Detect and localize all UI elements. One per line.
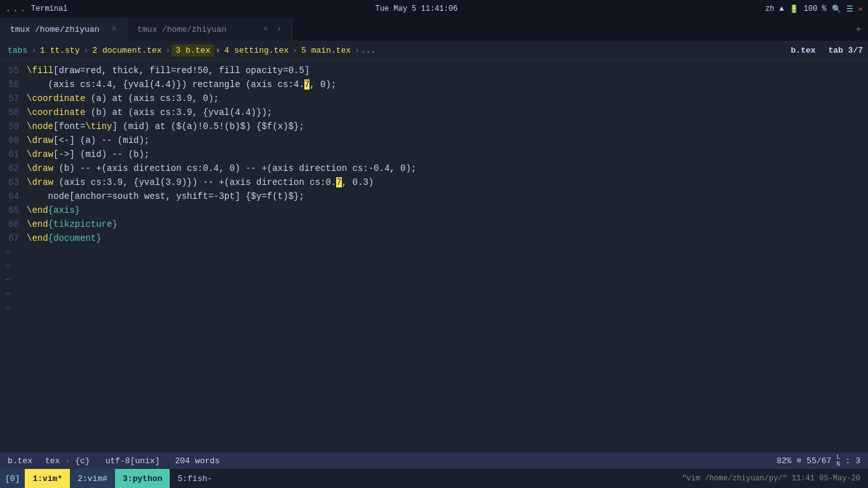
status-col-num: 3 bbox=[855, 456, 860, 466]
status-col-sep: : bbox=[845, 456, 850, 466]
code-line-57: 57 \coordinate (a) at (axis cs:3.9, 0); bbox=[0, 92, 868, 105]
line-content-64: node[anchor=south west, yshift=-3pt] {$y… bbox=[27, 189, 868, 203]
tilde-5: ~ bbox=[0, 301, 868, 315]
code-line-65: 65 \end{axis} bbox=[0, 203, 868, 217]
app-title: Terminal bbox=[31, 4, 68, 13]
line-num-64: 64 bbox=[0, 189, 27, 203]
status-position: 55/67 bbox=[806, 456, 831, 466]
editor-area: 55 \fill[draw=red, thick, fill=red!50, f… bbox=[0, 61, 868, 469]
status-filetype: tex bbox=[45, 456, 60, 466]
code-line-62: 62 \draw (b) -- +(axis direction cs:0.4,… bbox=[0, 161, 868, 175]
status-words: 204 words bbox=[175, 456, 219, 466]
tmux-window-3[interactable]: 3:python bbox=[115, 469, 170, 488]
bc-sep-5: › bbox=[355, 46, 360, 55]
vim-breadcrumb: tabs › 1 tt.sty › 2 document.tex › 3 b.t… bbox=[0, 41, 868, 61]
line-content-61: \draw[->] (mid) -- (b); bbox=[27, 147, 868, 161]
locale: zh bbox=[765, 4, 774, 13]
status-branch: {c} bbox=[75, 456, 90, 466]
wifi-icon: ▲ bbox=[780, 4, 784, 13]
line-num-58: 58 bbox=[0, 105, 27, 119]
tab-2[interactable]: tmux /home/zhiyuan × › bbox=[127, 18, 292, 41]
tmux-session[interactable]: [0] bbox=[0, 469, 25, 488]
line-content-66: \end{tikzpicture} bbox=[27, 217, 868, 231]
status-lines-icon: ≡ bbox=[797, 456, 802, 466]
tmux-window-4[interactable]: 5:fish- bbox=[170, 469, 220, 488]
bc-ellipsis: ... bbox=[361, 46, 376, 55]
tilde-char-3: ~ bbox=[0, 273, 10, 287]
line-content-57: \coordinate (a) at (axis cs:3.9, 0); bbox=[27, 92, 868, 105]
code-line-55: 55 \fill[draw=red, thick, fill=red!50, f… bbox=[0, 64, 868, 78]
tilde-char-2: ~ bbox=[0, 259, 10, 273]
code-line-58: 58 \coordinate (b) at (axis cs:3.9, {yva… bbox=[0, 105, 868, 119]
tab-1[interactable]: tmux /home/zhiyuan × bbox=[0, 18, 127, 41]
code-line-60: 60 \draw[<-] (a) -- (mid); bbox=[0, 133, 868, 147]
bc-sep-2: › bbox=[166, 46, 171, 55]
tilde-char-4: ~ bbox=[0, 287, 10, 301]
tab-2-title: tmux /home/zhiyuan bbox=[137, 25, 226, 34]
vim-tab-info: b.tex tab 3/7 bbox=[791, 46, 863, 55]
line-content-60: \draw[<-] (a) -- (mid); bbox=[27, 133, 868, 147]
bc-tabs[interactable]: tabs bbox=[5, 46, 30, 55]
close-icon[interactable]: ✕ bbox=[858, 4, 863, 14]
bc-sep-0: › bbox=[31, 46, 36, 55]
tmux-right-info: "vim /home/zhiyuan/py/" 11:41 05-May-20 bbox=[674, 474, 868, 483]
tab-2-close[interactable]: × bbox=[264, 25, 268, 34]
bc-item-4[interactable]: 4 setting.tex bbox=[222, 46, 291, 55]
code-line-67: 67 \end{document} bbox=[0, 231, 868, 245]
bc-item-3[interactable]: 3 b.tex bbox=[172, 44, 214, 57]
line-content-63: \draw (axis cs:3.9, {yval(3.9)}) -- +(ax… bbox=[27, 175, 868, 189]
line-content-59: \node[font=\tiny] (mid) at ($(a)!0.5!(b)… bbox=[27, 119, 868, 133]
tilde-char-1: ~ bbox=[0, 245, 10, 259]
tilde-1: ~ bbox=[0, 245, 868, 259]
new-tab-icon[interactable]: ＋ bbox=[854, 24, 863, 35]
system-bar-right: zh ▲ 🔋 100 % 🔍 ☰ ✕ bbox=[765, 4, 863, 14]
status-percent: 82% bbox=[776, 456, 791, 466]
code-line-66: 66 \end{tikzpicture} bbox=[0, 217, 868, 231]
status-encoding: utf-8[unix] bbox=[105, 456, 160, 466]
tab-bar: tmux /home/zhiyuan × tmux /home/zhiyuan … bbox=[0, 18, 868, 41]
tab-1-title: tmux /home/zhiyuan bbox=[10, 25, 99, 34]
line-num-60: 60 bbox=[0, 133, 27, 147]
system-bar-left: ... Terminal bbox=[5, 3, 67, 15]
tilde-char-5: ~ bbox=[0, 301, 10, 315]
menu-icon[interactable]: ☰ bbox=[846, 4, 853, 14]
bc-sep-4: › bbox=[292, 46, 297, 55]
code-container: 55 \fill[draw=red, thick, fill=red!50, f… bbox=[0, 61, 868, 452]
code-line-56: 56 (axis cs:4.4, {yval(4.4)}) rectangle … bbox=[0, 78, 868, 92]
tab-2-arrow: › bbox=[277, 25, 281, 34]
line-num-62: 62 bbox=[0, 161, 27, 175]
line-content-58: \coordinate (b) at (axis cs:3.9, {yval(4… bbox=[27, 105, 868, 119]
system-bar: ... Terminal Tue May 5 11:41:06 zh ▲ 🔋 1… bbox=[0, 0, 868, 18]
status-bar: b.tex tex › {c} utf-8[unix] 204 words 82… bbox=[0, 452, 868, 469]
tab-1-close[interactable]: × bbox=[112, 25, 116, 34]
tab-spacer bbox=[292, 18, 849, 41]
code-line-59: 59 \node[font=\tiny] (mid) at ($(a)!0.5!… bbox=[0, 119, 868, 133]
bc-item-2[interactable]: 2 document.tex bbox=[90, 46, 164, 55]
status-filename: b.tex bbox=[8, 456, 32, 466]
tab-controls: ＋ bbox=[849, 18, 868, 41]
bc-item-5[interactable]: 5 main.tex bbox=[299, 46, 353, 55]
status-ln-label: LN bbox=[836, 454, 840, 468]
line-content-62: \draw (b) -- +(axis direction cs:0.4, 0)… bbox=[27, 161, 868, 175]
search-icon[interactable]: 🔍 bbox=[832, 4, 841, 14]
datetime: Tue May 5 11:41:06 bbox=[375, 4, 458, 13]
bc-item-1[interactable]: 1 tt.sty bbox=[37, 46, 82, 55]
line-num-67: 67 bbox=[0, 231, 27, 245]
tilde-2: ~ bbox=[0, 259, 868, 273]
line-num-55: 55 bbox=[0, 64, 27, 78]
bc-sep-1: › bbox=[83, 46, 88, 55]
code-line-61: 61 \draw[->] (mid) -- (b); bbox=[0, 147, 868, 161]
battery-pct: 100 % bbox=[804, 4, 827, 13]
code-line-64: 64 node[anchor=south west, yshift=-3pt] … bbox=[0, 189, 868, 203]
line-num-57: 57 bbox=[0, 92, 27, 105]
line-num-56: 56 bbox=[0, 78, 27, 92]
tilde-3: ~ bbox=[0, 273, 868, 287]
line-num-63: 63 bbox=[0, 175, 27, 189]
tmux-window-1[interactable]: 1:vim* bbox=[25, 469, 70, 488]
tmux-window-2[interactable]: 2:vim# bbox=[70, 469, 115, 488]
line-num-66: 66 bbox=[0, 217, 27, 231]
breadcrumb-items: tabs › 1 tt.sty › 2 document.tex › 3 b.t… bbox=[5, 44, 791, 57]
status-sep1: › bbox=[65, 456, 70, 466]
status-center: tex › {c} utf-8[unix] 204 words bbox=[45, 456, 776, 466]
line-num-61: 61 bbox=[0, 147, 27, 161]
